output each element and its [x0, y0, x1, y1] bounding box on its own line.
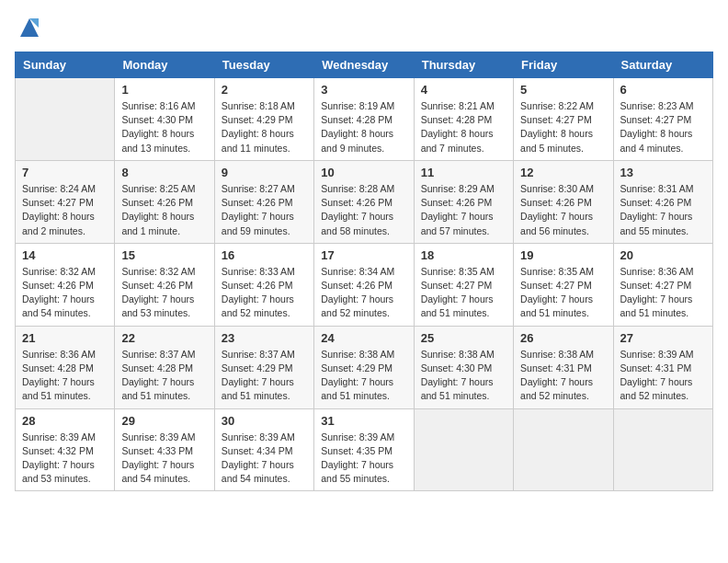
page-header [15, 15, 713, 40]
cell-info: Sunrise: 8:36 AMSunset: 4:27 PMDaylight:… [620, 265, 706, 321]
day-number: 28 [22, 414, 108, 428]
cell-info: Sunrise: 8:25 AMSunset: 4:26 PMDaylight:… [121, 182, 207, 238]
calendar-cell: 6Sunrise: 8:23 AMSunset: 4:27 PMDaylight… [613, 78, 712, 161]
logo [15, 15, 42, 40]
cell-info: Sunrise: 8:24 AMSunset: 4:27 PMDaylight:… [22, 182, 108, 238]
day-number: 1 [121, 83, 207, 97]
calendar-cell: 13Sunrise: 8:31 AMSunset: 4:26 PMDayligh… [613, 160, 712, 243]
calendar-cell: 10Sunrise: 8:28 AMSunset: 4:26 PMDayligh… [314, 160, 414, 243]
calendar-row: 14Sunrise: 8:32 AMSunset: 4:26 PMDayligh… [16, 243, 713, 326]
day-number: 14 [22, 248, 108, 262]
day-number: 9 [222, 166, 307, 179]
calendar-cell: 1Sunrise: 8:16 AMSunset: 4:30 PMDaylight… [115, 78, 214, 161]
cell-info: Sunrise: 8:32 AMSunset: 4:26 PMDaylight:… [22, 265, 108, 321]
cell-info: Sunrise: 8:39 AMSunset: 4:33 PMDaylight:… [121, 431, 207, 487]
cell-info: Sunrise: 8:16 AMSunset: 4:30 PMDaylight:… [121, 99, 207, 155]
calendar-cell: 11Sunrise: 8:29 AMSunset: 4:26 PMDayligh… [414, 160, 513, 243]
day-number: 13 [620, 166, 706, 179]
day-number: 16 [222, 248, 307, 262]
calendar-cell: 26Sunrise: 8:38 AMSunset: 4:31 PMDayligh… [514, 326, 613, 408]
calendar-cell: 29Sunrise: 8:39 AMSunset: 4:33 PMDayligh… [115, 408, 214, 491]
cell-info: Sunrise: 8:38 AMSunset: 4:31 PMDaylight:… [520, 348, 606, 404]
calendar-row: 21Sunrise: 8:36 AMSunset: 4:28 PMDayligh… [16, 326, 713, 408]
cell-info: Sunrise: 8:39 AMSunset: 4:35 PMDaylight:… [321, 431, 406, 487]
calendar-cell [514, 408, 613, 491]
day-number: 15 [121, 248, 207, 262]
calendar-cell: 8Sunrise: 8:25 AMSunset: 4:26 PMDaylight… [115, 160, 214, 243]
cell-info: Sunrise: 8:22 AMSunset: 4:27 PMDaylight:… [520, 99, 606, 155]
calendar-cell: 30Sunrise: 8:39 AMSunset: 4:34 PMDayligh… [214, 408, 313, 491]
cell-info: Sunrise: 8:36 AMSunset: 4:28 PMDaylight:… [22, 348, 108, 404]
day-number: 31 [321, 414, 406, 428]
calendar-cell: 14Sunrise: 8:32 AMSunset: 4:26 PMDayligh… [16, 243, 115, 326]
day-number: 30 [222, 414, 307, 428]
day-number: 17 [321, 248, 406, 262]
day-number: 4 [421, 83, 506, 97]
cell-info: Sunrise: 8:18 AMSunset: 4:29 PMDaylight:… [222, 99, 307, 155]
day-number: 12 [520, 166, 606, 179]
calendar-cell: 20Sunrise: 8:36 AMSunset: 4:27 PMDayligh… [613, 243, 712, 326]
day-number: 23 [222, 331, 307, 345]
calendar-cell: 2Sunrise: 8:18 AMSunset: 4:29 PMDaylight… [214, 78, 313, 161]
day-number: 24 [321, 331, 406, 345]
cell-info: Sunrise: 8:35 AMSunset: 4:27 PMDaylight:… [520, 265, 606, 321]
cell-info: Sunrise: 8:39 AMSunset: 4:34 PMDaylight:… [222, 431, 307, 487]
cell-info: Sunrise: 8:39 AMSunset: 4:31 PMDaylight:… [620, 348, 706, 404]
day-number: 18 [421, 248, 506, 262]
calendar-cell: 4Sunrise: 8:21 AMSunset: 4:28 PMDaylight… [414, 78, 513, 161]
calendar-row: 28Sunrise: 8:39 AMSunset: 4:32 PMDayligh… [16, 408, 713, 491]
day-number: 2 [222, 83, 307, 97]
cell-info: Sunrise: 8:37 AMSunset: 4:28 PMDaylight:… [121, 348, 207, 404]
weekday-header: Friday [514, 52, 613, 78]
day-number: 25 [421, 331, 506, 345]
calendar-cell: 28Sunrise: 8:39 AMSunset: 4:32 PMDayligh… [16, 408, 115, 491]
cell-info: Sunrise: 8:38 AMSunset: 4:29 PMDaylight:… [321, 348, 406, 404]
calendar-cell: 7Sunrise: 8:24 AMSunset: 4:27 PMDaylight… [16, 160, 115, 243]
calendar-cell: 12Sunrise: 8:30 AMSunset: 4:26 PMDayligh… [514, 160, 613, 243]
day-number: 10 [321, 166, 406, 179]
calendar-cell: 23Sunrise: 8:37 AMSunset: 4:29 PMDayligh… [214, 326, 313, 408]
calendar-cell: 9Sunrise: 8:27 AMSunset: 4:26 PMDaylight… [214, 160, 313, 243]
calendar-cell [16, 78, 115, 161]
cell-info: Sunrise: 8:19 AMSunset: 4:28 PMDaylight:… [321, 99, 406, 155]
calendar-cell [414, 408, 513, 491]
cell-info: Sunrise: 8:38 AMSunset: 4:30 PMDaylight:… [421, 348, 506, 404]
calendar-row: 1Sunrise: 8:16 AMSunset: 4:30 PMDaylight… [16, 78, 713, 161]
calendar-header: SundayMondayTuesdayWednesdayThursdayFrid… [16, 52, 713, 78]
day-number: 6 [620, 83, 706, 97]
day-number: 7 [22, 166, 108, 179]
weekday-header: Sunday [16, 52, 115, 78]
calendar-row: 7Sunrise: 8:24 AMSunset: 4:27 PMDaylight… [16, 160, 713, 243]
cell-info: Sunrise: 8:23 AMSunset: 4:27 PMDaylight:… [620, 99, 706, 155]
calendar-cell: 17Sunrise: 8:34 AMSunset: 4:26 PMDayligh… [314, 243, 414, 326]
day-number: 27 [620, 331, 706, 345]
weekday-header: Wednesday [314, 52, 414, 78]
cell-info: Sunrise: 8:28 AMSunset: 4:26 PMDaylight:… [321, 182, 406, 238]
day-number: 8 [121, 166, 207, 179]
calendar-cell: 22Sunrise: 8:37 AMSunset: 4:28 PMDayligh… [115, 326, 214, 408]
day-number: 11 [421, 166, 506, 179]
cell-info: Sunrise: 8:39 AMSunset: 4:32 PMDaylight:… [22, 431, 108, 487]
logo-icon [17, 15, 42, 40]
calendar-cell: 27Sunrise: 8:39 AMSunset: 4:31 PMDayligh… [613, 326, 712, 408]
weekday-header: Saturday [613, 52, 712, 78]
cell-info: Sunrise: 8:32 AMSunset: 4:26 PMDaylight:… [121, 265, 207, 321]
calendar-cell: 24Sunrise: 8:38 AMSunset: 4:29 PMDayligh… [314, 326, 414, 408]
cell-info: Sunrise: 8:29 AMSunset: 4:26 PMDaylight:… [421, 182, 506, 238]
calendar-table: SundayMondayTuesdayWednesdayThursdayFrid… [15, 52, 713, 491]
calendar-cell [613, 408, 712, 491]
day-number: 26 [520, 331, 606, 345]
calendar-cell: 3Sunrise: 8:19 AMSunset: 4:28 PMDaylight… [314, 78, 414, 161]
day-number: 22 [121, 331, 207, 345]
cell-info: Sunrise: 8:31 AMSunset: 4:26 PMDaylight:… [620, 182, 706, 238]
day-number: 19 [520, 248, 606, 262]
calendar-cell: 18Sunrise: 8:35 AMSunset: 4:27 PMDayligh… [414, 243, 513, 326]
calendar-cell: 21Sunrise: 8:36 AMSunset: 4:28 PMDayligh… [16, 326, 115, 408]
day-number: 29 [121, 414, 207, 428]
calendar-cell: 15Sunrise: 8:32 AMSunset: 4:26 PMDayligh… [115, 243, 214, 326]
weekday-header: Monday [115, 52, 214, 78]
cell-info: Sunrise: 8:27 AMSunset: 4:26 PMDaylight:… [222, 182, 307, 238]
day-number: 20 [620, 248, 706, 262]
weekday-header: Tuesday [214, 52, 313, 78]
calendar-cell: 16Sunrise: 8:33 AMSunset: 4:26 PMDayligh… [214, 243, 313, 326]
